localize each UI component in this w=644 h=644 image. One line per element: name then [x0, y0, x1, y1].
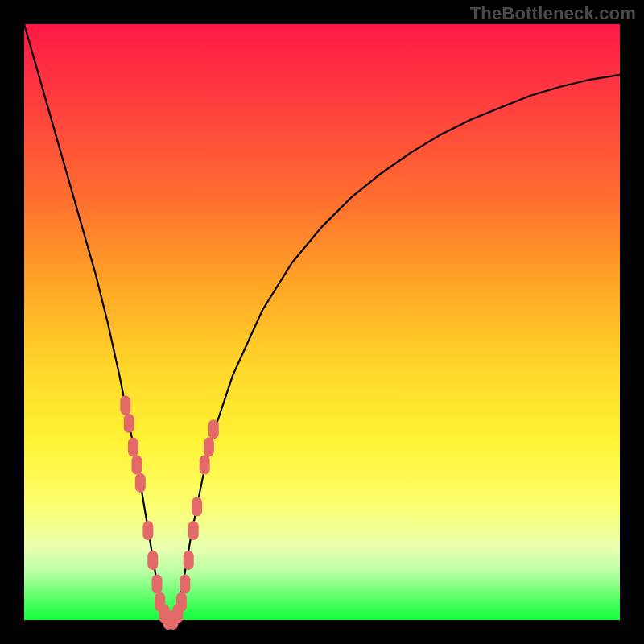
marker-group — [120, 396, 218, 630]
plot-area — [24, 24, 620, 620]
curve-marker — [120, 396, 130, 415]
curve-marker — [142, 521, 153, 540]
curve-marker — [208, 419, 219, 439]
curve-marker — [128, 437, 138, 456]
curve-marker — [192, 497, 202, 516]
curve-marker — [184, 551, 194, 570]
curve-marker — [204, 437, 214, 456]
chart-frame: TheBottleneck.com — [0, 0, 644, 644]
curve-marker — [124, 414, 134, 433]
curve-marker — [176, 592, 187, 612]
curve-marker — [180, 575, 190, 594]
bottleneck-curve — [24, 24, 620, 620]
curve-marker — [152, 575, 163, 594]
curve-marker — [200, 456, 210, 475]
curve-marker — [135, 473, 146, 493]
watermark-text: TheBottleneck.com — [470, 3, 636, 24]
curve-marker — [147, 551, 158, 570]
curve-marker — [188, 521, 199, 540]
curve-marker — [131, 456, 142, 475]
curve-layer — [24, 24, 620, 620]
